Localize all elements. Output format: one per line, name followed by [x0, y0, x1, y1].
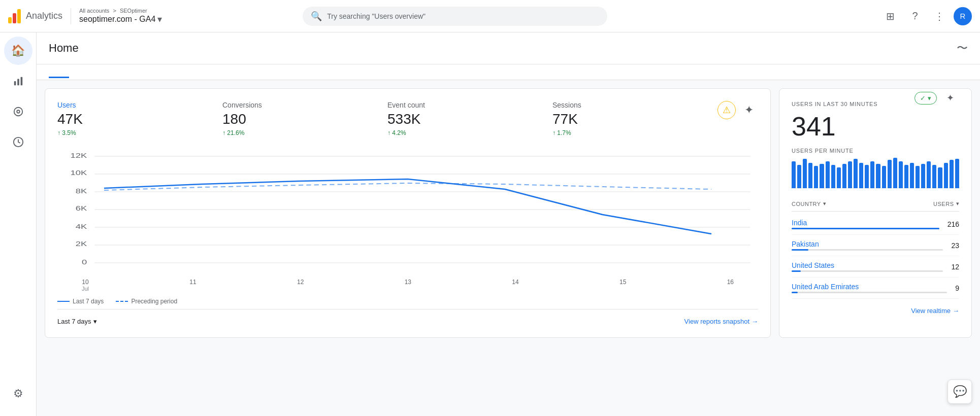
metric-users-change: 3.5%	[57, 129, 206, 136]
apps-button[interactable]: ⊞	[880, 6, 901, 26]
search-placeholder: Try searching "Users overview"	[327, 12, 426, 20]
metric-sessions-label: Sessions	[552, 101, 701, 109]
view-realtime-link[interactable]: View realtime →	[792, 307, 959, 315]
bar	[904, 165, 908, 188]
rt-sparkle-button[interactable]: ✦	[941, 89, 959, 107]
svg-rect-0	[14, 81, 16, 85]
rt-subtitle: USERS PER MINUTE	[792, 148, 959, 154]
svg-point-3	[14, 108, 22, 116]
search-bar[interactable]: 🔍 Try searching "Users overview"	[303, 7, 607, 26]
more-button[interactable]: ⋮	[929, 6, 950, 26]
bar	[921, 164, 925, 188]
rt-user-count: 341	[792, 113, 959, 140]
avatar[interactable]: R	[954, 7, 972, 25]
chart-x-label-13: 13	[405, 279, 411, 292]
svg-rect-1	[17, 79, 19, 85]
sidebar-item-home[interactable]: 🏠	[4, 37, 32, 65]
svg-text:12K: 12K	[71, 152, 87, 159]
users-col-header[interactable]: USERS ▾	[933, 200, 959, 207]
sidebar: 🏠 ⚙	[0, 32, 37, 416]
bar	[803, 159, 807, 188]
users-per-minute-chart	[792, 158, 959, 188]
bar	[888, 160, 892, 188]
main-layout: 🏠 ⚙ Home 〜 Users	[0, 32, 980, 416]
progress-bar-wrap	[792, 249, 943, 251]
country-sort-icon: ▾	[823, 200, 827, 207]
country-name[interactable]: United States	[792, 261, 943, 269]
svg-text:8K: 8K	[76, 188, 87, 194]
bar	[826, 161, 830, 188]
sidebar-item-reports[interactable]	[4, 67, 32, 95]
svg-text:4K: 4K	[76, 223, 87, 230]
help-button[interactable]: ?	[905, 6, 925, 26]
users-sort-icon: ▾	[956, 200, 960, 207]
metric-users-value: 47K	[57, 111, 206, 127]
logo-bar-3	[17, 9, 21, 23]
legend-preceding: Preceding period	[116, 298, 177, 305]
sparkline-button[interactable]: 〜	[957, 41, 968, 56]
logo-bar-1	[8, 17, 12, 23]
chart-x-label-16: 16	[727, 279, 734, 292]
chart-x-label-11: 11	[189, 279, 196, 292]
country-value: 12	[951, 263, 959, 271]
metric-event-count-label: Event count	[387, 101, 536, 109]
bar	[938, 167, 942, 188]
bar	[910, 163, 914, 188]
country-col-label: COUNTRY	[792, 201, 821, 207]
metric-event-count[interactable]: Event count 533K 4.2%	[387, 101, 536, 136]
svg-text:10K: 10K	[71, 169, 87, 176]
all-accounts-link[interactable]: All accounts	[79, 8, 109, 14]
date-range-label: Last 7 days	[57, 318, 91, 325]
metric-users[interactable]: Users 47K 3.5%	[57, 101, 206, 136]
alert-icon[interactable]: ⚠	[717, 101, 736, 119]
svg-point-4	[17, 110, 20, 113]
property-selector[interactable]: seoptimer.com - GA4 ▾	[79, 14, 162, 25]
chart-x-label-10: 10 Jul	[82, 279, 89, 292]
progress-bar-wrap	[792, 292, 947, 293]
bar	[837, 167, 841, 188]
metric-sessions[interactable]: Sessions 77K 1.7%	[552, 101, 701, 136]
date-selector[interactable]: Last 7 days ▾	[57, 318, 97, 325]
chat-button[interactable]: 💬	[948, 379, 972, 404]
page-header: Home 〜	[37, 32, 980, 64]
tab-overview[interactable]	[49, 64, 69, 78]
sparkle-button[interactable]: ✦	[740, 101, 758, 119]
bar	[882, 166, 886, 188]
legend-current: Last 7 days	[57, 298, 104, 305]
progress-bar-wrap	[792, 228, 939, 229]
country-value: 9	[955, 284, 959, 292]
property-name: seoptimer.com - GA4	[79, 15, 155, 24]
nav-actions: ⊞ ? ⋮ R	[880, 6, 972, 26]
bar	[831, 165, 835, 188]
bar	[955, 159, 959, 188]
country-name[interactable]: Pakistan	[792, 240, 943, 248]
sidebar-settings[interactable]: ⚙	[4, 379, 32, 408]
bar	[927, 161, 931, 188]
country-col-header[interactable]: COUNTRY ▾	[792, 200, 826, 207]
bar	[797, 165, 801, 188]
metric-conversions[interactable]: Conversions 180 21.6%	[222, 101, 371, 136]
table-row: United Arab Emirates 9	[792, 278, 959, 299]
country-cell: Pakistan	[792, 240, 943, 251]
chart-x-label-14: 14	[512, 279, 518, 292]
top-nav: Analytics All accounts > SEOptimer seopt…	[0, 0, 980, 32]
metrics-row: Users 47K 3.5% Conversions 180 21.6% Eve…	[57, 101, 758, 136]
bar	[859, 163, 863, 188]
rt-check-button[interactable]: ✓ ▾	[914, 92, 937, 105]
bar	[916, 166, 920, 188]
bar	[950, 160, 954, 188]
sidebar-item-advertising[interactable]	[4, 128, 32, 156]
bar	[848, 161, 852, 188]
progress-bar	[792, 270, 801, 272]
metric-users-label: Users	[57, 101, 206, 109]
content-area: Home 〜 Users 47K 3.5% Conversions	[37, 32, 980, 416]
bar	[876, 164, 880, 188]
account-name: SEOptimer	[120, 8, 147, 14]
sidebar-item-explore[interactable]	[4, 97, 32, 126]
chart-x-label-15: 15	[619, 279, 626, 292]
bar	[792, 161, 796, 188]
table-row: Pakistan 23	[792, 235, 959, 256]
country-name[interactable]: India	[792, 219, 939, 227]
country-name[interactable]: United Arab Emirates	[792, 283, 947, 291]
view-reports-link[interactable]: View reports snapshot →	[684, 318, 758, 325]
